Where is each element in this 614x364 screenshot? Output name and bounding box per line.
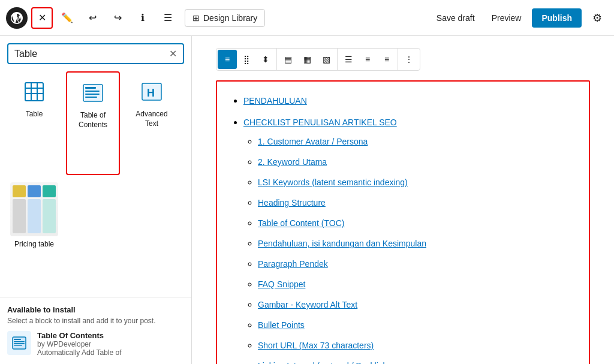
link-toc[interactable]: Table of Content (TOC) (258, 218, 344, 228)
list-item: LSI Keywords (latent semantic indexing) (258, 173, 577, 192)
list-item: 2. Keyword Utama (258, 152, 577, 172)
install-item-toc[interactable]: Table Of Contents by WPDeveloper Automat… (7, 331, 184, 357)
link-keyword-utama[interactable]: 2. Keyword Utama (258, 157, 327, 167)
install-item-icon (7, 331, 31, 355)
publish-button[interactable]: Publish (532, 8, 582, 28)
left-sidebar: ✕ Table (0, 36, 192, 364)
install-item-info: Table Of Contents by WPDeveloper Automat… (37, 331, 184, 357)
link-pendahuluan-isi[interactable]: Pendahuluan, isi kandungan dan Kesimpula… (258, 239, 426, 248)
chevron-updown-button[interactable]: ⬍ (256, 50, 275, 69)
format-group-more: ⋮ (398, 49, 420, 70)
search-bar: ✕ (7, 43, 184, 64)
link-faq-snippet[interactable]: FAQ Snippet (258, 279, 305, 289)
svg-rect-13 (14, 339, 21, 340)
search-input[interactable] (14, 49, 164, 59)
format-toolbar: ≡ ⣿ ⬍ ▤ ▦ ▧ ☰ ≡ ≡ ⋮ (216, 48, 420, 71)
content-area: ≡ ⣿ ⬍ ▤ ▦ ▧ ☰ ≡ ≡ ⋮ PENDAHULUAN (192, 36, 614, 364)
align-center-button[interactable]: ▦ (297, 50, 317, 69)
list-item: Table of Content (TOC) (258, 213, 577, 233)
available-to-install-section: Available to install Select a block to i… (0, 297, 191, 364)
unordered-list-button[interactable]: ☰ (339, 50, 358, 69)
align-left-button[interactable]: ▤ (278, 50, 297, 69)
block-grid: Table Table of Contents (0, 71, 191, 297)
format-group-align: ▤ ▦ ▧ (277, 49, 338, 70)
svg-text:H: H (147, 87, 155, 99)
redo-button[interactable]: ↪ (107, 7, 128, 29)
link-lsi-keywords[interactable]: LSI Keywords (latent semantic indexing) (258, 178, 408, 187)
content-list: PENDAHULUAN CHECKLIST PENULISAN ARTIKEL … (229, 91, 577, 364)
list-view-button[interactable]: ≡ (218, 50, 237, 69)
pricing-table-image (10, 182, 58, 236)
undo-button[interactable]: ↩ (82, 7, 103, 29)
top-toolbar: ✕ ✏️ ↩ ↪ ℹ ☰ ⊞ Design Library Save draft… (0, 0, 614, 36)
toc-block-icon (79, 79, 107, 107)
link-heading-structure[interactable]: Heading Structure (258, 198, 326, 207)
align-right-button[interactable]: ▧ (317, 50, 336, 69)
design-library-icon: ⊞ (192, 13, 200, 23)
pricing-table-preview[interactable]: Pricing table (7, 180, 61, 290)
svg-rect-14 (14, 341, 25, 342)
svg-rect-8 (85, 94, 100, 95)
link-bullet-points[interactable]: Bullet Points (258, 320, 305, 330)
main-layout: ✕ Table (0, 36, 614, 364)
svg-rect-16 (14, 345, 22, 346)
block-item-toc[interactable]: Table of Contents (66, 71, 120, 175)
close-block-button[interactable]: ✕ (31, 7, 53, 29)
install-item-author: by WPDeveloper (37, 340, 184, 348)
link-customer-avatar[interactable]: 1. Customer Avatar / Persona (258, 137, 368, 146)
search-clear-button[interactable]: ✕ (169, 48, 177, 59)
link-checklist[interactable]: CHECKLIST PENULISAN ARTIKEL SEO (243, 118, 397, 127)
install-item-desc: Automatically Add Table of (37, 348, 184, 357)
pricing-table-label: Pricing table (14, 240, 54, 249)
preview-button[interactable]: Preview (486, 10, 528, 26)
available-to-install-title: Available to install (7, 305, 184, 314)
format-group-view: ≡ ⣿ ⬍ (216, 49, 277, 70)
list-item: Paragraph Pendek (258, 254, 577, 273)
block-item-table[interactable]: Table (7, 71, 61, 175)
grid-view-button[interactable]: ⣿ (237, 50, 256, 69)
list-item: Pendahuluan, isi kandungan dan Kesimpula… (258, 234, 577, 253)
block-label-table: Table (26, 110, 43, 119)
list-item: Linking Internal / extenal / Backlink (258, 356, 577, 364)
table-block-icon (20, 77, 49, 106)
available-to-install-desc: Select a block to install and add it to … (7, 317, 184, 325)
list-item-pendahuluan: PENDAHULUAN (243, 91, 577, 110)
svg-rect-6 (85, 87, 96, 89)
design-library-label: Design Library (203, 13, 257, 23)
link-short-url[interactable]: Short URL (Max 73 characters) (258, 341, 374, 350)
save-draft-button[interactable]: Save draft (431, 10, 481, 26)
sub-list: 1. Customer Avatar / Persona 2. Keyword … (243, 132, 577, 364)
indent-button[interactable]: ≡ (377, 50, 396, 69)
block-label-advanced-text: Advanced Text (130, 110, 174, 128)
install-item-name: Table Of Contents (37, 331, 184, 340)
svg-rect-15 (14, 343, 25, 344)
info-button[interactable]: ℹ (132, 7, 154, 29)
list-item: Bullet Points (258, 315, 577, 335)
advanced-text-block-icon: H (137, 77, 166, 106)
toolbar-right: Save draft Preview Publish ⚙ (431, 7, 608, 29)
list-item: Short URL (Max 73 characters) (258, 336, 577, 355)
pencil-icon[interactable]: ✏️ (56, 7, 78, 29)
block-label-toc: Table of Contents (72, 111, 114, 130)
list-item: Heading Structure (258, 193, 577, 212)
svg-rect-7 (85, 91, 100, 92)
link-pendahuluan[interactable]: PENDAHULUAN (243, 96, 307, 106)
format-group-list: ☰ ≡ ≡ (338, 49, 398, 70)
menu-button[interactable]: ☰ (157, 7, 179, 29)
more-options-button[interactable]: ⋮ (399, 50, 419, 69)
wordpress-logo[interactable] (6, 7, 28, 29)
settings-button[interactable]: ⚙ (586, 7, 608, 29)
design-library-button[interactable]: ⊞ Design Library (185, 9, 265, 27)
svg-rect-9 (85, 97, 97, 98)
svg-rect-0 (25, 83, 43, 101)
list-item: Gambar - Keyword Alt Text (258, 295, 577, 314)
list-item: 1. Customer Avatar / Persona (258, 132, 577, 151)
selected-content-block: PENDAHULUAN CHECKLIST PENULISAN ARTIKEL … (216, 80, 590, 364)
link-paragraph-pendek[interactable]: Paragraph Pendek (258, 259, 328, 269)
block-item-advanced-text[interactable]: H Advanced Text (125, 71, 179, 175)
list-item: FAQ Snippet (258, 275, 577, 294)
link-gambar[interactable]: Gambar - Keyword Alt Text (258, 300, 357, 309)
list-item-checklist: CHECKLIST PENULISAN ARTIKEL SEO 1. Custo… (243, 113, 577, 364)
ordered-list-button[interactable]: ≡ (358, 50, 377, 69)
link-linking-internal[interactable]: Linking Internal / extenal / Backlink (258, 361, 387, 364)
